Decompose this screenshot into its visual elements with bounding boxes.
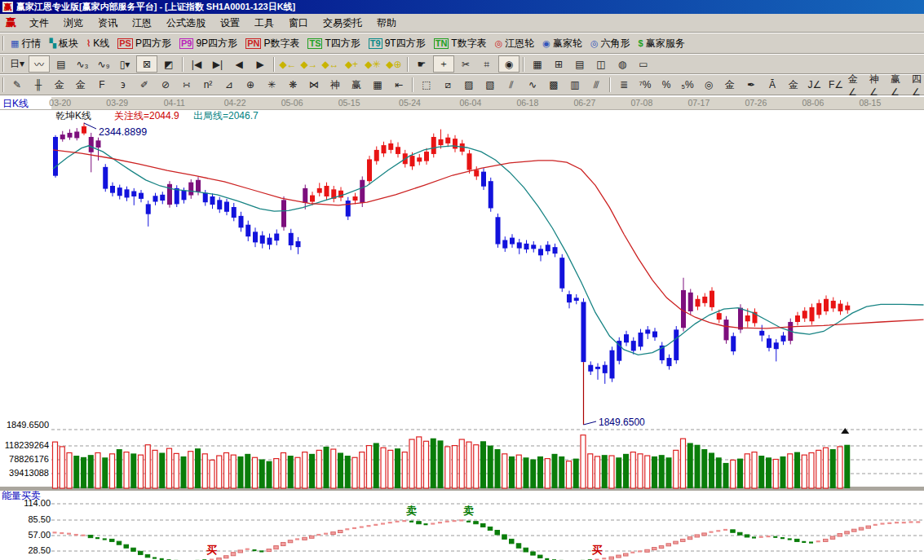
diamond-cross-button[interactable]: ◆⊕ bbox=[384, 56, 404, 73]
p9-square-button[interactable]: P99P四方形 bbox=[175, 35, 241, 51]
color-volume-button[interactable]: ◩ bbox=[159, 56, 179, 73]
net-tool-1-button[interactable]: ▩ bbox=[544, 77, 564, 93]
hexagon-button[interactable]: ◎六角形 bbox=[586, 35, 634, 51]
diamond-hspan-button[interactable]: ◆↔ bbox=[321, 56, 340, 73]
ink-tool-button[interactable]: ✒ bbox=[741, 77, 761, 93]
gold-red-tool-button[interactable]: 金 bbox=[784, 77, 803, 93]
four-angle-tool-button[interactable]: 四∠ bbox=[911, 77, 924, 93]
sectors-button[interactable]: ▚板块 bbox=[45, 35, 82, 51]
menu-item-帮助[interactable]: 帮助 bbox=[369, 15, 404, 32]
crosshair-tool-button[interactable]: ＋ bbox=[433, 55, 454, 73]
prev-bar-button[interactable]: ◀ bbox=[229, 56, 249, 73]
diamond-star-button[interactable]: ◆✳ bbox=[363, 56, 382, 73]
gold-grid-1-button[interactable]: 金 bbox=[50, 77, 69, 93]
gold-grid-2-button[interactable]: 金 bbox=[71, 77, 91, 93]
gold-angle-tool-button[interactable]: 金∠ bbox=[847, 77, 867, 93]
wave-3-button[interactable]: ∿₃ bbox=[73, 56, 92, 73]
f-angle-tool-button[interactable]: F∠ bbox=[826, 77, 846, 93]
fan-lines-tool-button[interactable]: ⧄ bbox=[438, 77, 458, 93]
kline-delete-button[interactable]: ⊠ bbox=[136, 55, 157, 73]
notepad-button[interactable]: ▤ bbox=[570, 56, 590, 73]
sell-signal-label: 卖 bbox=[463, 505, 474, 517]
menu-item-窗口[interactable]: 窗口 bbox=[281, 15, 316, 32]
spiral-tool-button[interactable]: ϶ bbox=[113, 77, 133, 93]
save-button[interactable]: ◫ bbox=[591, 56, 611, 73]
menu-item-设置[interactable]: 设置 bbox=[213, 15, 247, 32]
diamond-left-button[interactable]: ◆← bbox=[278, 56, 298, 73]
menu-item-文件[interactable]: 文件 bbox=[22, 15, 56, 32]
grid-box-1-button[interactable]: ▨ bbox=[459, 77, 479, 93]
chart-canvas[interactable]: 03-2003-2904-1104-2205-0605-1505-2406-04… bbox=[0, 95, 924, 560]
n2-tool-button[interactable]: n² bbox=[198, 77, 218, 93]
menu-item-江恩[interactable]: 江恩 bbox=[125, 15, 159, 32]
kline-quote-tool-button[interactable]: ⋈ bbox=[304, 77, 324, 93]
star-web-2-button[interactable]: ❋ bbox=[283, 77, 303, 93]
pattern-tool-button[interactable]: ⌗ bbox=[477, 56, 497, 73]
parallel-tool-button[interactable]: ⫽ bbox=[502, 77, 521, 93]
web-export-button[interactable]: ◍ bbox=[612, 56, 632, 73]
t9-square-button[interactable]: T99T四方形 bbox=[365, 35, 430, 51]
menu-item-交易委托[interactable]: 交易委托 bbox=[316, 15, 369, 32]
toolbar-separator bbox=[412, 77, 413, 92]
trend-wave-button[interactable]: 〰 bbox=[29, 55, 50, 73]
region-box-tool-button[interactable]: ⬚ bbox=[417, 77, 436, 93]
toolbar-separator bbox=[182, 57, 183, 72]
f-grid-tool-button[interactable]: F bbox=[92, 77, 112, 93]
info-note-button[interactable]: ▤ bbox=[51, 56, 71, 73]
red-brush-tool-button[interactable]: ✐ bbox=[135, 77, 154, 93]
ruler-tool-button[interactable]: ∺ bbox=[177, 77, 197, 93]
compass-tool-button[interactable]: ⊘ bbox=[156, 77, 175, 93]
gann-grid-tool-button[interactable]: ╫ bbox=[29, 77, 48, 93]
pct7-tool-button[interactable]: ⁷% bbox=[635, 77, 655, 93]
kline-button[interactable]: ⌇K线 bbox=[82, 35, 113, 51]
menu-item-浏览[interactable]: 浏览 bbox=[56, 15, 91, 32]
hand-tool-button[interactable]: ☛ bbox=[412, 56, 431, 73]
calendar-button[interactable]: ▦ bbox=[528, 56, 547, 73]
next-bar-button[interactable]: ▶ bbox=[250, 56, 270, 73]
first-bar-button[interactable]: |◀ bbox=[187, 56, 206, 73]
slash-tool-button[interactable]: ⫻ bbox=[586, 77, 606, 93]
flat-a-tool-button[interactable]: Ā bbox=[763, 77, 782, 93]
wave-9-button[interactable]: ∿₉ bbox=[94, 56, 113, 73]
j-angle-tool-button[interactable]: J∠ bbox=[805, 77, 825, 93]
gann-wheel-button[interactable]: ◎江恩轮 bbox=[491, 35, 539, 51]
diamond-plus-button[interactable]: ◆+ bbox=[342, 56, 361, 73]
gann-ge-tool-button[interactable]: ◉ bbox=[498, 55, 519, 73]
width-tool-button[interactable]: ⇤ bbox=[389, 77, 409, 93]
toolbar-button-label: 赢家服务 bbox=[646, 37, 685, 51]
menu-item-资讯[interactable]: 资讯 bbox=[91, 15, 125, 32]
gold-line-tool-button[interactable]: 金 bbox=[720, 77, 740, 93]
shen-angle-tool-button[interactable]: 神∠ bbox=[869, 77, 888, 93]
ying-angle-tool-button[interactable]: 赢∠ bbox=[890, 77, 909, 93]
crosshair-circle-tool-button[interactable]: ⊕ bbox=[241, 77, 260, 93]
zigzag-tool-button[interactable]: ∿ bbox=[523, 77, 542, 93]
ying-tool-button[interactable]: 赢 bbox=[347, 77, 366, 93]
p-square-button[interactable]: PSP四方形 bbox=[113, 35, 175, 51]
menu-item-工具[interactable]: 工具 bbox=[247, 15, 281, 32]
period-day-button[interactable]: 日▾ bbox=[7, 56, 27, 73]
grid-box-2-button[interactable]: ▧ bbox=[480, 77, 500, 93]
bars-tool-button[interactable]: ≣ bbox=[614, 77, 634, 93]
net-tool-2-button[interactable]: ▥ bbox=[565, 77, 585, 93]
angle-tool-button[interactable]: ⊿ bbox=[219, 77, 239, 93]
grid-123-tool-button[interactable]: ▦ bbox=[368, 77, 387, 93]
gold-circle-tool-button[interactable]: ◎ bbox=[699, 77, 718, 93]
pct5-tool-button[interactable]: ₅% bbox=[678, 77, 697, 93]
winner-wheel-button[interactable]: ◉赢家轮 bbox=[538, 35, 586, 51]
scissors-tool-button[interactable]: ✂ bbox=[456, 56, 475, 73]
p-number-button[interactable]: PNP数字表 bbox=[241, 35, 303, 51]
shen-tool-button[interactable]: 神 bbox=[325, 77, 345, 93]
star-web-1-button[interactable]: ✳ bbox=[262, 77, 281, 93]
last-bar-button[interactable]: ▶| bbox=[208, 56, 228, 73]
t-square-button[interactable]: TST四方形 bbox=[303, 35, 364, 51]
diamond-right-button[interactable]: ◆→ bbox=[299, 56, 319, 73]
print-button[interactable]: ▭ bbox=[634, 56, 653, 73]
calculator-button[interactable]: ⊞ bbox=[549, 56, 568, 73]
quotes-button[interactable]: ▦行情 bbox=[7, 35, 45, 51]
menu-item-公式选股[interactable]: 公式选股 bbox=[159, 15, 213, 32]
candle-style-button[interactable]: ▯▾ bbox=[115, 56, 135, 73]
pct-tool-button[interactable]: % bbox=[657, 77, 676, 93]
winner-service-button[interactable]: $赢家服务 bbox=[634, 35, 689, 51]
brush-tool-button[interactable]: ✎ bbox=[7, 77, 27, 93]
t-number-button[interactable]: TNT数字表 bbox=[430, 35, 491, 51]
